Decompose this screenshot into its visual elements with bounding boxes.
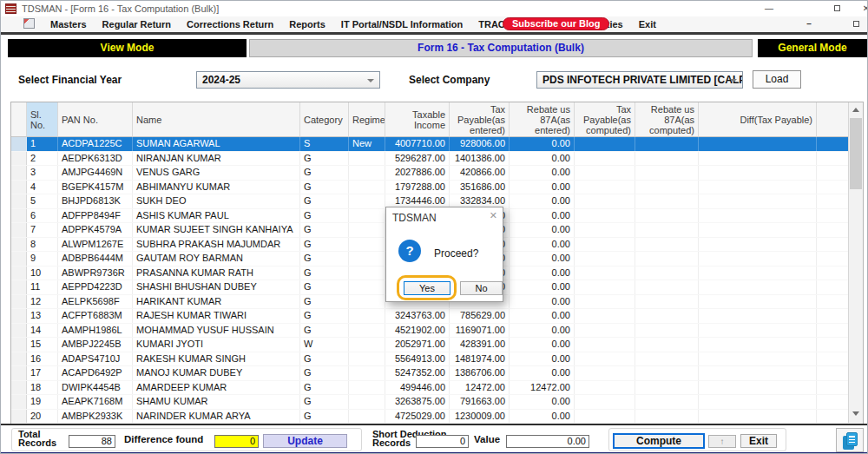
table-cell	[635, 181, 699, 194]
table-cell: 928006.00	[450, 137, 510, 151]
row-selector	[11, 366, 27, 380]
dialog-close-icon[interactable]: ✕	[490, 210, 497, 221]
subscribe-blog-button[interactable]: Subscribe our Blog	[503, 17, 609, 30]
chevron-down-icon	[367, 79, 374, 82]
minimize-button[interactable]: —	[760, 3, 779, 15]
table-cell: 0.00	[510, 181, 575, 194]
table-cell	[349, 352, 385, 366]
table-row[interactable]: 3AMJPG4469NVENUS GARGG2027886.00420866.0…	[11, 166, 863, 181]
documents-icon	[846, 432, 858, 446]
table-cell: 0.00	[510, 410, 575, 424]
title-bar: TDSMAN - [Form 16 - Tax Computation (Bul…	[1, 1, 868, 16]
table-cell: NIRANJAN KUMAR	[133, 152, 300, 166]
table-cell	[635, 324, 699, 338]
table-cell: 11	[27, 280, 58, 294]
table-cell: 13	[27, 309, 58, 323]
up-arrow-icon	[852, 108, 859, 112]
column-header[interactable]: Sl. No.	[27, 102, 58, 137]
scroll-down-button[interactable]	[849, 406, 863, 421]
row-selector	[11, 166, 27, 180]
table-cell	[699, 395, 817, 409]
financial-year-select[interactable]: 2024-25	[196, 71, 380, 89]
table-cell: ADPPK4579A	[58, 223, 133, 237]
scrollbar-thumb[interactable]	[850, 118, 862, 189]
table-cell: 15	[27, 338, 58, 352]
table-cell: 0.00	[510, 223, 575, 237]
table-row[interactable]: 18DWIPK4454BAMARDEEP KUMARG499446.001247…	[11, 381, 863, 396]
no-button[interactable]: No	[460, 281, 503, 295]
difference-found-field[interactable]: 0	[214, 435, 259, 448]
arrow-button[interactable]: ↑	[708, 435, 736, 448]
table-cell	[575, 223, 635, 237]
table-cell	[575, 395, 635, 409]
table-cell	[575, 295, 635, 309]
mdi-minimize-button[interactable]: –	[801, 18, 817, 30]
row-selector	[11, 181, 27, 194]
table-cell	[699, 137, 817, 151]
compute-button[interactable]: Compute	[613, 433, 705, 449]
table-cell	[575, 324, 635, 338]
table-row[interactable]: 4BGEPK4157MABHIMANYU KUMARG1797288.00351…	[11, 181, 863, 195]
table-cell: 3	[27, 166, 58, 180]
mdi-restore-button[interactable]	[848, 18, 864, 30]
column-header[interactable]: Category	[300, 102, 349, 137]
table-cell	[575, 352, 635, 366]
table-row[interactable]: 1ACDPA1225CSUMAN AGARWALSNew4007710.0092…	[11, 137, 863, 152]
table-row[interactable]: 17ACAPD6492PMANOJ KUMAR DUBEYG5247352.00…	[11, 366, 863, 381]
table-cell: 791663.00	[450, 395, 510, 409]
menu-item-it-portal-nsdl-information[interactable]: IT Portal/NSDL Information	[333, 16, 470, 32]
table-cell: AMARDEEP KUMAR	[133, 381, 300, 395]
header-filler	[11, 102, 27, 137]
table-cell: DWIPK4454B	[58, 381, 133, 395]
column-header[interactable]: Tax Payable(as entered)	[450, 102, 510, 137]
table-cell: 3263875.00	[385, 395, 450, 409]
column-header[interactable]: Regime	[349, 102, 385, 137]
column-header[interactable]: Rebate us 87A(as computed)	[635, 102, 699, 137]
table-cell	[349, 395, 385, 409]
exit-button[interactable]: Exit	[740, 434, 777, 448]
table-row[interactable]: 2AEDPK6313DNIRANJAN KUMARG5296287.001401…	[11, 152, 863, 167]
menu-item-reports[interactable]: Reports	[281, 16, 333, 32]
table-cell: 0.00	[510, 166, 575, 180]
close-button[interactable]: ✕	[857, 3, 868, 15]
restore-button[interactable]	[827, 3, 846, 15]
menu-item-masters[interactable]: Masters	[43, 16, 95, 32]
column-header[interactable]: Diff(Tax Payable)	[699, 102, 817, 137]
table-row[interactable]: 19AEAPK7168MSHAMU KUMARG3263875.00791663…	[11, 395, 863, 410]
table-row[interactable]: 16ADAPS4710JRAKESH KUMAR SINGHG5564913.0…	[11, 352, 863, 367]
column-header[interactable]: Rebate us 87A(as entered)	[510, 102, 575, 137]
update-button[interactable]: Update	[263, 434, 347, 448]
menu-bar: MastersRegular ReturnCorrections ReturnR…	[1, 16, 868, 35]
table-row[interactable]: 13ACFPT6883MRAJESH KUMAR TIWARIG3243763.…	[11, 309, 863, 324]
table-cell: 4007710.00	[385, 137, 450, 151]
table-row[interactable]: 15AMBPJ2245BKUMARI JYOTIW2052971.0042839…	[11, 338, 863, 352]
table-cell: SHASHI BHUSHAN DUBEY	[133, 280, 300, 294]
scroll-up-button[interactable]	[849, 102, 863, 117]
dialog-title: TDSMAN	[392, 212, 437, 224]
menu-item-regular-return[interactable]: Regular Return	[95, 16, 179, 32]
column-header[interactable]: Name	[133, 102, 300, 137]
load-button[interactable]: Load	[753, 70, 801, 89]
column-header[interactable]: PAN No.	[58, 102, 133, 137]
value-field[interactable]: 0.00	[506, 435, 589, 448]
click-highlight-ring	[397, 275, 457, 300]
menu-item-exit[interactable]: Exit	[631, 16, 664, 32]
table-cell	[349, 152, 385, 166]
table-cell	[699, 295, 817, 309]
documents-button[interactable]	[836, 428, 864, 452]
table-cell: 1481974.00	[450, 352, 510, 366]
table-cell: 0.00	[510, 338, 575, 352]
total-records-field[interactable]: 88	[69, 435, 115, 448]
company-select[interactable]: PDS INFOTECH PRIVATE LIMITED [CALP08143C…	[536, 71, 743, 89]
table-row[interactable]: 14AAMPH1986LMOHAMMAD YUSUF HUSSAING45219…	[11, 324, 863, 339]
table-cell: G	[300, 352, 349, 366]
vertical-scrollbar[interactable]	[848, 102, 863, 423]
row-selector	[11, 238, 27, 252]
column-header[interactable]: Tax Payable(as computed)	[575, 102, 635, 137]
table-cell: NARINDER KUMAR ARYA	[133, 410, 300, 424]
menu-item-corrections-return[interactable]: Corrections Return	[179, 16, 281, 32]
short-deduction-records-field[interactable]: 0	[416, 435, 469, 448]
table-row[interactable]: 20AMBPK2933KNARINDER KUMAR ARYAG4725029.…	[11, 410, 863, 424]
column-header[interactable]: Taxable Income	[385, 102, 450, 137]
table-cell: SUKH DEO	[133, 194, 300, 208]
